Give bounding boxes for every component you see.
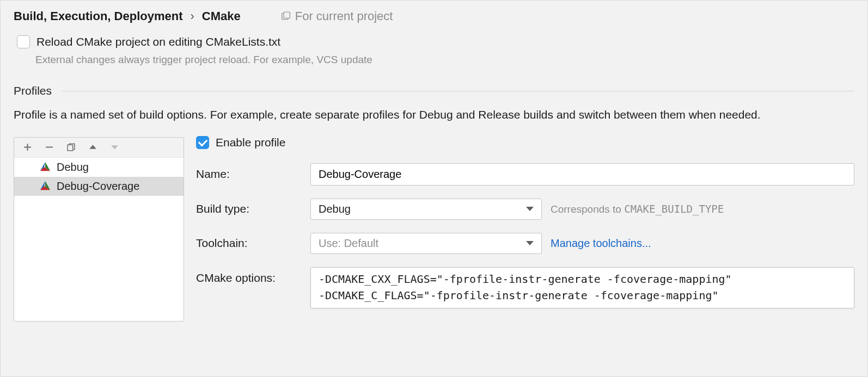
section-divider: [62, 91, 854, 91]
cmake-options-input[interactable]: -DCMAKE_CXX_FLAGS="-fprofile-instr-gener…: [310, 267, 854, 308]
copy-profile-button[interactable]: [65, 142, 76, 153]
name-input[interactable]: [310, 163, 854, 186]
manage-toolchains-link[interactable]: Manage toolchains...: [551, 237, 651, 250]
profiles-toolbar: [14, 138, 184, 158]
build-type-label: Build type:: [196, 202, 310, 215]
svg-rect-1: [284, 12, 290, 18]
chevron-up-icon: [88, 143, 97, 152]
copy-icon: [66, 143, 76, 152]
breadcrumb: Build, Execution, Deployment › CMake For…: [14, 9, 854, 23]
build-type-hint: Corresponds to CMAKE_BUILD_TYPE: [551, 203, 724, 215]
move-up-button[interactable]: [87, 142, 98, 153]
profiles-list: Debug Debug-Coverage: [14, 158, 184, 321]
build-type-value: Debug: [319, 203, 351, 215]
cmake-options-label: CMake options:: [196, 267, 310, 285]
breadcrumb-separator-icon: ›: [190, 9, 194, 23]
minus-icon: [45, 143, 54, 152]
reload-checkbox-label[interactable]: Reload CMake project on editing CMakeLis…: [36, 35, 280, 48]
move-down-button[interactable]: [109, 142, 120, 153]
project-scope-label: For current project: [295, 9, 393, 23]
plus-icon: [23, 143, 32, 152]
build-type-select[interactable]: Debug: [310, 199, 542, 220]
svg-rect-2: [68, 145, 73, 151]
toolchain-select[interactable]: Use: Default: [310, 233, 542, 254]
profile-item-debug-coverage[interactable]: Debug-Coverage: [14, 177, 184, 196]
chevron-down-icon: [110, 143, 119, 152]
breadcrumb-current: CMake: [202, 9, 241, 23]
profile-item-label: Debug-Coverage: [57, 180, 139, 193]
breadcrumb-parent[interactable]: Build, Execution, Deployment: [14, 9, 182, 23]
project-scope-icon: [281, 11, 291, 21]
toolchain-label: Toolchain:: [196, 237, 310, 250]
profile-item-label: Debug: [57, 161, 89, 174]
profile-form: Enable profile Name: Build type: Debug C…: [196, 137, 854, 308]
name-label: Name:: [196, 168, 310, 181]
add-profile-button[interactable]: [22, 142, 33, 153]
remove-profile-button[interactable]: [44, 142, 54, 153]
enable-profile-label[interactable]: Enable profile: [216, 136, 285, 149]
cmake-icon: [39, 161, 51, 173]
profiles-section-title: Profiles: [14, 84, 52, 97]
toolchain-value: Use: Default: [319, 237, 378, 250]
profiles-list-panel: Debug Debug-Coverage: [14, 137, 184, 322]
project-scope-indicator: For current project: [281, 9, 393, 23]
chevron-down-icon: [526, 241, 534, 245]
enable-profile-checkbox[interactable]: [196, 136, 209, 149]
reload-checkbox[interactable]: [17, 35, 30, 48]
cmake-icon: [39, 180, 51, 192]
reload-hint: External changes always trigger project …: [35, 54, 854, 66]
profiles-description: Profile is a named set of build options.…: [14, 106, 854, 124]
chevron-down-icon: [526, 207, 534, 211]
profile-item-debug[interactable]: Debug: [14, 158, 184, 177]
